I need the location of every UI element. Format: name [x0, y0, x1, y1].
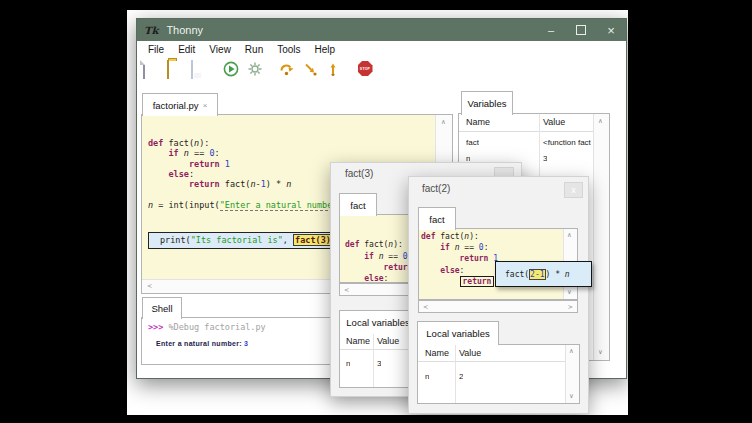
- variable-row-name[interactable]: n: [346, 359, 350, 368]
- variable-row-value[interactable]: 3: [377, 359, 381, 368]
- tab-label: Shell: [151, 303, 172, 314]
- tab-label: factorial.py: [153, 100, 199, 111]
- scroll-up-icon[interactable]: ∧: [569, 348, 574, 355]
- scroll-down-icon[interactable]: ∨: [569, 393, 574, 400]
- scroll-left-icon[interactable]: <: [344, 287, 349, 294]
- frame-close-button[interactable]: x: [564, 182, 583, 198]
- tab-close-icon[interactable]: ×: [203, 101, 208, 110]
- column-header-name[interactable]: Name: [425, 348, 449, 358]
- locals-vertical-scrollbar[interactable]: ∧ ∨: [565, 345, 579, 403]
- minimize-button[interactable]: –: [536, 19, 566, 41]
- tab-factorial-py[interactable]: factorial.py ×: [142, 93, 218, 116]
- tab-label: Local variables: [426, 328, 489, 339]
- menu-run[interactable]: Run: [238, 44, 270, 55]
- scroll-left-icon[interactable]: <: [147, 283, 152, 290]
- open-file-icon[interactable]: [167, 61, 183, 77]
- menu-tools[interactable]: Tools: [270, 44, 307, 55]
- close-button[interactable]: ×: [596, 19, 626, 41]
- active-statement-box: print("Its factorial is", fact(3)): [148, 232, 347, 248]
- tab-shell[interactable]: Shell: [142, 297, 182, 319]
- step-out-icon[interactable]: [325, 61, 341, 77]
- menu-edit[interactable]: Edit: [171, 44, 202, 55]
- header-divider: [459, 131, 594, 132]
- variable-row-value[interactable]: <function fact a: [543, 138, 595, 147]
- frame-title: fact(2): [422, 183, 450, 194]
- maximize-icon: [576, 25, 586, 35]
- column-header-value[interactable]: Value: [543, 117, 565, 127]
- tab-fact[interactable]: fact: [339, 193, 377, 216]
- tab-local-variables[interactable]: Local variables: [417, 321, 499, 345]
- menu-file[interactable]: File: [141, 44, 171, 55]
- variables-vertical-scrollbar[interactable]: ∧ ∨: [593, 114, 609, 360]
- tab-fact[interactable]: fact: [418, 207, 456, 230]
- tab-variables[interactable]: Variables: [461, 91, 513, 115]
- scroll-down-icon[interactable]: ∨: [567, 289, 572, 296]
- menu-help[interactable]: Help: [308, 44, 343, 55]
- scroll-down-icon[interactable]: ∨: [598, 349, 603, 356]
- variable-row-name[interactable]: fact: [466, 138, 479, 147]
- header-divider: [418, 361, 566, 362]
- local-variables-panel: Name Value n 2 ∧ ∨: [417, 344, 580, 404]
- column-header-value[interactable]: Value: [377, 336, 399, 346]
- tab-local-variables[interactable]: Local variables: [339, 310, 417, 334]
- column-header-name[interactable]: Name: [346, 336, 370, 346]
- variable-row-name[interactable]: n: [425, 372, 429, 381]
- variable-row-value[interactable]: 2: [459, 372, 463, 381]
- tab-label: fact: [350, 200, 365, 211]
- stop-icon[interactable]: STOP: [357, 61, 373, 77]
- frame-window-fact2: fact(2) x fact def fact(n): if n == 0: r…: [408, 176, 589, 414]
- arrow-into-icon: [303, 61, 319, 77]
- menu-view[interactable]: View: [202, 44, 238, 55]
- scroll-up-icon[interactable]: ∧: [441, 119, 446, 126]
- stop-octagon-icon: STOP: [358, 61, 373, 76]
- window-controls: – ×: [536, 19, 626, 41]
- arrow-out-icon: [325, 61, 341, 77]
- column-header-value[interactable]: Value: [459, 348, 481, 358]
- step-over-icon[interactable]: [279, 61, 295, 77]
- tab-label: fact: [429, 214, 444, 225]
- tab-label: Local variables: [346, 317, 409, 328]
- page-icon: [143, 60, 145, 79]
- variable-row-value[interactable]: 3: [543, 154, 547, 163]
- tab-label: Variables: [468, 98, 507, 109]
- title-bar[interactable]: Tk Thonny – ×: [137, 19, 626, 41]
- scroll-right-icon[interactable]: >: [568, 304, 573, 311]
- step-into-icon[interactable]: [303, 61, 319, 77]
- maximize-button[interactable]: [566, 19, 596, 41]
- window-title: Thonny: [166, 24, 203, 36]
- column-header-name[interactable]: Name: [466, 117, 490, 127]
- scroll-up-icon[interactable]: ∧: [598, 118, 603, 125]
- run-icon[interactable]: [223, 61, 239, 77]
- evaluated-expression-tooltip: fact(2-1) * n: [495, 261, 592, 287]
- save-file-icon[interactable]: [191, 61, 207, 77]
- arrow-over-icon: [279, 61, 295, 77]
- scroll-left-icon[interactable]: <: [423, 304, 428, 311]
- frame-horizontal-scrollbar[interactable]: < >: [418, 300, 578, 313]
- gear-icon: [247, 61, 263, 77]
- column-divider: [373, 333, 374, 387]
- screenshot-stage: Tk Thonny – × File Edit View Run Tools H…: [0, 0, 752, 423]
- play-icon: [223, 61, 239, 77]
- floppy-icon: [191, 60, 193, 79]
- column-divider: [455, 345, 456, 403]
- folder-icon: [167, 60, 169, 79]
- frame-title: fact(3): [345, 168, 373, 179]
- scroll-up-icon[interactable]: ∧: [567, 232, 572, 239]
- app-logo-icon: Tk: [144, 25, 158, 36]
- menu-bar: File Edit View Run Tools Help: [137, 41, 626, 58]
- debug-icon[interactable]: [247, 61, 263, 77]
- new-file-icon[interactable]: [143, 61, 159, 77]
